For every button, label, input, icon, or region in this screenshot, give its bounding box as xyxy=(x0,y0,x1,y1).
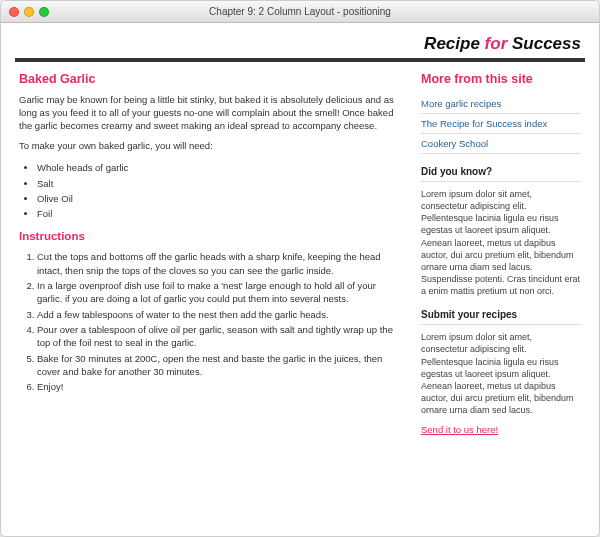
site-header: Recipe for Success xyxy=(15,28,585,62)
sidebar-link-item: Cookery School xyxy=(421,134,581,154)
two-column-layout: Baked Garlic Garlic may be known for bei… xyxy=(15,72,585,435)
article-heading: Baked Garlic xyxy=(19,72,403,86)
site-title: Recipe for Success xyxy=(424,34,581,53)
titlebar: Chapter 9: 2 Column Layout - positioning xyxy=(1,1,599,23)
list-item: Foil xyxy=(37,207,403,220)
window-title: Chapter 9: 2 Column Layout - positioning xyxy=(1,6,599,17)
window-controls xyxy=(9,7,49,17)
list-item: Add a few tablespoons of water to the ne… xyxy=(37,308,403,321)
intro-paragraph: Garlic may be known for being a little b… xyxy=(19,94,403,132)
list-item: Whole heads of garlic xyxy=(37,161,403,174)
app-window: Chapter 9: 2 Column Layout - positioning… xyxy=(0,0,600,537)
list-item: Pour over a tablespoon of olive oil per … xyxy=(37,323,403,350)
submit-body: Lorem ipsum dolor sit amet, consectetur … xyxy=(421,331,581,416)
site-title-post: Success xyxy=(507,34,581,53)
list-item: Bake for 30 minutes at 200C, open the ne… xyxy=(37,352,403,379)
page-content: Recipe for Success Baked Garlic Garlic m… xyxy=(1,23,599,536)
instructions-heading: Instructions xyxy=(19,230,403,242)
sidebar-link-item: The Recipe for Success index xyxy=(421,114,581,134)
list-item: Olive Oil xyxy=(37,192,403,205)
sidebar-link-item: More garlic recipes xyxy=(421,94,581,114)
submit-heading: Submit your recipes xyxy=(421,309,581,325)
sidebar-link[interactable]: Cookery School xyxy=(421,138,488,149)
list-item: Enjoy! xyxy=(37,380,403,393)
close-icon[interactable] xyxy=(9,7,19,17)
list-item: Salt xyxy=(37,177,403,190)
sidebar-heading: More from this site xyxy=(421,72,581,86)
did-you-know-heading: Did you know? xyxy=(421,166,581,182)
site-title-accent: for xyxy=(485,34,508,53)
list-item: Cut the tops and bottoms off the garlic … xyxy=(37,250,403,277)
instructions-list: Cut the tops and bottoms off the garlic … xyxy=(19,250,403,393)
sidebar-links: More garlic recipes The Recipe for Succe… xyxy=(421,94,581,154)
site-title-pre: Recipe xyxy=(424,34,484,53)
list-item: In a large ovenproof dish use foil to ma… xyxy=(37,279,403,306)
sidebar-column: More from this site More garlic recipes … xyxy=(421,72,581,435)
zoom-icon[interactable] xyxy=(39,7,49,17)
main-column: Baked Garlic Garlic may be known for bei… xyxy=(19,72,403,435)
ingredients-lead: To make your own baked garlic, you will … xyxy=(19,140,403,153)
sidebar-link[interactable]: More garlic recipes xyxy=(421,98,501,109)
ingredients-list: Whole heads of garlic Salt Olive Oil Foi… xyxy=(19,161,403,220)
did-you-know-body: Lorem ipsum dolor sit amet, consectetur … xyxy=(421,188,581,297)
sidebar-link[interactable]: The Recipe for Success index xyxy=(421,118,547,129)
send-link[interactable]: Send it to us here! xyxy=(421,424,498,435)
minimize-icon[interactable] xyxy=(24,7,34,17)
